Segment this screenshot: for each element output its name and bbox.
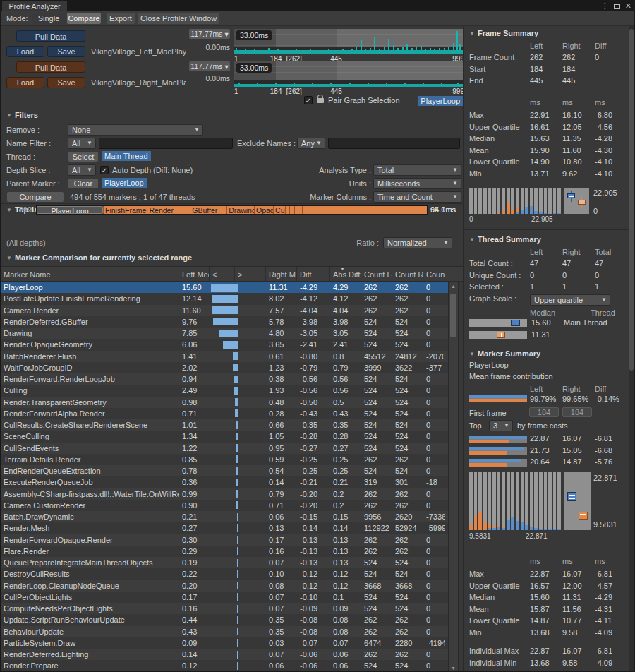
mode-single-button[interactable]: Single	[32, 13, 66, 24]
table-row[interactable]: ExecuteRenderQueueJob 0.36 0.14 -0.21 0.…	[1, 476, 448, 488]
marker-segment[interactable]: FinishFrameRendering	[103, 206, 147, 214]
maximize-icon[interactable]	[614, 4, 620, 9]
ratio-dropdown[interactable]: Normalized▼	[383, 237, 452, 248]
table-row[interactable]: EndRenderQueueExtraction 0.78 0.54 -0.25…	[1, 465, 448, 476]
left-frame-graph[interactable]: 33.00ms	[234, 29, 464, 54]
table-row[interactable]: Render.Prepare 0.12 0.06 -0.06 0.06 524 …	[1, 660, 448, 671]
selected-marker-chip[interactable]: PlayerLoop	[418, 96, 463, 106]
col-right-median[interactable]: Right Median	[266, 267, 297, 281]
table-row[interactable]: RenderForward.RenderLoopJob 0.94 0.38 -0…	[1, 373, 448, 385]
col-bar-right[interactable]: >	[235, 267, 266, 281]
table-row[interactable]: DestroyCullResults 0.22 0.10 -0.12 0.12 …	[1, 568, 448, 580]
table-row[interactable]: QueuePrepareIntegrateMainThreadObjects 0…	[1, 557, 448, 568]
marker-segment[interactable]: Culling	[273, 206, 285, 214]
table-row[interactable]: CullSendEvents 1.22 0.95 -0.27 0.27 524 …	[1, 443, 448, 454]
col-count-delta[interactable]: Count Delta	[423, 267, 445, 281]
scroll-up-icon[interactable]: ▲	[449, 284, 458, 289]
pair-graph-checkbox[interactable]: ✓	[304, 96, 313, 104]
table-row[interactable]: Assembly-CSharp-firstpass.dll!::WaterTil…	[1, 488, 448, 500]
marker-segment[interactable]: Opaque	[254, 206, 273, 214]
col-diff[interactable]: Diff	[297, 267, 330, 281]
pull-data-right-button[interactable]: Pull Data	[16, 61, 85, 73]
table-row[interactable]: ParticleSystem.Draw 0.09 0.03 -0.07 0.07…	[1, 637, 448, 649]
marker-segment[interactable]	[302, 206, 427, 214]
window-scroll-thumb[interactable]	[629, 29, 634, 371]
close-icon[interactable]: ✕	[625, 1, 631, 11]
marker-segment[interactable]: GBuffer	[190, 206, 226, 214]
foldout-icon[interactable]: ▼	[469, 30, 475, 37]
name-filter-input[interactable]	[99, 138, 233, 149]
table-row[interactable]: Flare.Render 0.29 0.16 -0.13 0.13 262 26…	[1, 546, 448, 557]
thread-row-left[interactable]: 15.60 Main Thread	[469, 318, 635, 327]
col-count-left[interactable]: Count Left	[361, 267, 392, 281]
table-row[interactable]: RenderForwardOpaque.Render 0.30 0.17 -0.…	[1, 534, 448, 546]
col-left-median[interactable]: Left Median	[179, 267, 210, 281]
table-row[interactable]: WaitForJobGroupID 2.02 1.23 -0.79 0.79 3…	[1, 362, 448, 373]
lock-icon[interactable]	[317, 98, 324, 103]
table-row[interactable]: RenderLoop.CleanupNodeQueue 0.20 0.08 -0…	[1, 580, 448, 592]
marker-segment[interactable]	[285, 206, 290, 214]
graph-scale-dropdown[interactable]: Upper quartile▼	[530, 294, 610, 306]
frame-histogram[interactable]	[469, 188, 561, 214]
save-right-button[interactable]: Save	[47, 77, 85, 88]
auto-depth-checkbox[interactable]: ✓	[100, 166, 109, 174]
analysis-type-dropdown[interactable]: Total▼	[373, 164, 461, 176]
depth-dropdown[interactable]: All▼	[68, 164, 96, 176]
table-row[interactable]: Batch.DrawDynamic 0.21 0.06 -0.15 0.15 9…	[1, 511, 448, 522]
save-left-button[interactable]: Save	[47, 46, 85, 57]
exclude-names-input[interactable]	[328, 138, 460, 149]
tab-profile-analyzer[interactable]: Profile Analyzer	[2, 1, 67, 11]
name-filter-mode-dropdown[interactable]: All▼	[68, 138, 96, 149]
table-row[interactable]: ComputeNeedsPerObjectLights 0.16 0.07 -0…	[1, 603, 448, 614]
kebab-menu-icon[interactable]: ⋮	[601, 2, 609, 10]
scroll-down-icon[interactable]: ▼	[449, 666, 458, 671]
exclude-mode-dropdown[interactable]: Any▼	[297, 138, 325, 149]
table-row[interactable]: BatchRenderer.Flush 1.41 0.61 -0.80 0.8 …	[1, 351, 448, 362]
right-threshold-label[interactable]: 33.00ms	[236, 63, 272, 73]
col-count-right[interactable]: Count Right	[392, 267, 423, 281]
table-row[interactable]: Camera.Render 11.60 7.57 -4.04 4.04 262 …	[1, 305, 448, 316]
marker-segment[interactable]	[289, 206, 294, 214]
parent-clear-button[interactable]: Clear	[68, 178, 99, 189]
export-button[interactable]: Export	[107, 13, 135, 24]
table-row[interactable]: Drawing 7.85 4.80 -3.05 3.05 524 524 0	[1, 328, 448, 339]
table-row[interactable]: CullPerObjectLights 0.17 0.07 -0.10 0.1 …	[1, 592, 448, 603]
top-n-dropdown[interactable]: 3▼	[489, 420, 513, 431]
mode-compare-button[interactable]: Compare	[67, 13, 101, 24]
table-row[interactable]: BehaviourUpdate 0.43 0.35 -0.08 0.08 262…	[1, 626, 448, 637]
table-scrollbar[interactable]: ▲ ▼	[448, 282, 459, 672]
left-range-dropdown[interactable]: 117.77ms ▾	[189, 29, 230, 39]
foldout-icon[interactable]: ▼	[6, 112, 12, 119]
table-row[interactable]: Render.OpaqueGeometry 6.06 3.65 -2.41 2.…	[1, 339, 448, 350]
marker-segment[interactable]: PlayerLoop	[37, 206, 103, 214]
units-dropdown[interactable]: Milliseconds▼	[373, 178, 461, 189]
thread-select-button[interactable]: Select	[68, 151, 99, 162]
foldout-icon[interactable]: ▼	[6, 255, 12, 261]
table-row[interactable]: Update.ScriptRunBehaviourUpdate 0.44 0.3…	[1, 614, 448, 625]
right-frame-graph[interactable]: 33.00ms	[234, 61, 464, 87]
table-row[interactable]: Render.Mesh 0.27 0.13 -0.14 0.14 112922 …	[1, 522, 448, 534]
col-bar-left[interactable]: <	[210, 267, 235, 281]
close-profiler-button[interactable]: Close Profiler Window	[138, 13, 219, 24]
window-scrollbar[interactable]	[629, 26, 634, 672]
right-range-dropdown[interactable]: 117.77ms ▾	[189, 61, 230, 71]
scroll-thumb[interactable]	[450, 294, 456, 337]
table-row[interactable]: CullResults.CreateSharedRendererScene 1.…	[1, 419, 448, 431]
col-marker-name[interactable]: Marker Name	[1, 267, 179, 281]
compare-button[interactable]: Compare	[6, 191, 64, 203]
marker-histogram[interactable]	[469, 472, 561, 530]
top10-row[interactable]: 292 PlayerLoopFinishFrameRenderingRender…	[6, 205, 460, 215]
foldout-icon[interactable]: ▼	[469, 351, 475, 357]
marker-segment[interactable]: Drawing	[226, 206, 254, 214]
pull-data-left-button[interactable]: Pull Data	[16, 30, 85, 42]
load-right-button[interactable]: Load	[6, 77, 44, 88]
left-threshold-label[interactable]: 33.00ms	[236, 30, 272, 40]
col-abs-diff[interactable]: ▼Abs Diff	[330, 267, 361, 281]
first-frame-left-button[interactable]: 184	[529, 407, 559, 417]
table-row[interactable]: PlayerLoop 15.60 11.31 -4.29 4.29 262 26…	[1, 282, 448, 293]
first-frame-right-button[interactable]: 184	[562, 407, 592, 417]
table-row[interactable]: Render.TransparentGeometry 0.98 0.48 -0.…	[1, 397, 448, 408]
foldout-icon[interactable]: ▼	[469, 236, 475, 243]
table-row[interactable]: RenderDeferred.GBuffer 9.76 5.78 -3.98 3…	[1, 316, 448, 328]
table-row[interactable]: Camera.CustomRender 0.90 0.71 -0.20 0.2 …	[1, 500, 448, 511]
